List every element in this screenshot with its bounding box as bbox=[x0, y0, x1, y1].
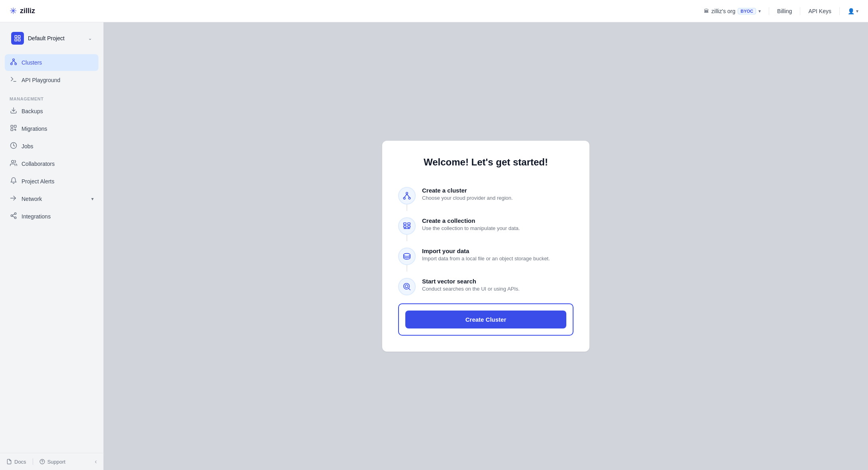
step-create-collection: Create a collection Use the collection t… bbox=[398, 211, 573, 241]
user-menu-button[interactable]: 👤 ▾ bbox=[848, 8, 858, 14]
network-label: Network bbox=[22, 196, 42, 202]
svg-line-23 bbox=[12, 214, 14, 215]
step-icon-create-cluster bbox=[398, 187, 416, 205]
svg-rect-2 bbox=[15, 39, 17, 41]
main-content: Welcome! Let's get started! Create a clu… bbox=[104, 22, 868, 470]
svg-line-30 bbox=[407, 194, 409, 197]
svg-line-22 bbox=[12, 216, 14, 217]
header-divider-3 bbox=[839, 7, 840, 15]
docs-label: Docs bbox=[14, 459, 26, 465]
network-item-left: Network bbox=[10, 195, 42, 203]
step-text-vector-search: Start vector search Conduct searches on … bbox=[422, 278, 520, 292]
step-desc-import-data: Import data from a local file or an obje… bbox=[422, 256, 550, 262]
docs-link[interactable]: Docs bbox=[6, 459, 26, 465]
project-name: Default Project bbox=[28, 35, 84, 41]
logo: ✳ zilliz bbox=[10, 6, 35, 16]
app-layout: Default Project ⌄ Clusters bbox=[0, 0, 868, 470]
api-playground-label: API Playground bbox=[22, 77, 60, 83]
header-divider-2 bbox=[800, 7, 800, 15]
header-right: 🏛 zilliz's org BYOC ▾ Billing API Keys 👤… bbox=[704, 7, 858, 15]
api-keys-link[interactable]: API Keys bbox=[808, 8, 831, 14]
clusters-label: Clusters bbox=[22, 59, 42, 66]
support-link[interactable]: Support bbox=[39, 459, 66, 465]
import-step-icon bbox=[403, 252, 411, 261]
svg-point-16 bbox=[12, 160, 14, 163]
search-step-icon bbox=[403, 282, 411, 291]
network-chevron-icon: ▾ bbox=[91, 196, 94, 202]
welcome-card: Welcome! Let's get started! Create a clu… bbox=[382, 141, 589, 352]
sidebar-item-network[interactable]: Network ▾ bbox=[5, 191, 98, 207]
svg-rect-31 bbox=[404, 223, 406, 225]
step-desc-create-collection: Use the collection to manipulate your da… bbox=[422, 225, 520, 231]
org-name: zilliz's org bbox=[711, 8, 735, 14]
sidebar-footer: Docs Support ‹ bbox=[0, 453, 103, 470]
step-text-create-collection: Create a collection Use the collection t… bbox=[422, 217, 520, 231]
step-create-cluster: Create a cluster Choose your cloud provi… bbox=[398, 181, 573, 211]
step-text-import-data: Import your data Import data from a loca… bbox=[422, 248, 550, 262]
footer-divider bbox=[33, 458, 33, 465]
steps-list: Create a cluster Choose your cloud provi… bbox=[398, 181, 573, 302]
svg-line-8 bbox=[14, 61, 16, 63]
svg-rect-3 bbox=[18, 39, 20, 41]
backups-icon bbox=[10, 107, 18, 116]
create-cluster-button[interactable]: Create Cluster bbox=[405, 311, 566, 328]
svg-rect-34 bbox=[408, 226, 410, 228]
logo-text: zilliz bbox=[20, 7, 35, 15]
step-desc-create-cluster: Choose your cloud provider and region. bbox=[422, 195, 513, 201]
org-info[interactable]: 🏛 zilliz's org BYOC ▾ bbox=[704, 8, 761, 14]
svg-rect-33 bbox=[404, 226, 406, 228]
user-chevron-icon: ▾ bbox=[856, 8, 858, 14]
project-icon-svg bbox=[14, 35, 21, 42]
svg-point-41 bbox=[405, 285, 408, 287]
project-selector[interactable]: Default Project ⌄ bbox=[6, 29, 97, 48]
integrations-label: Integrations bbox=[22, 213, 51, 220]
org-chevron-icon: ▾ bbox=[758, 8, 761, 14]
step-icon-import-data bbox=[398, 248, 416, 265]
jobs-icon bbox=[10, 142, 18, 151]
step-desc-vector-search: Conduct searches on the UI or using APIs… bbox=[422, 286, 520, 292]
app-header: ✳ zilliz 🏛 zilliz's org BYOC ▾ Billing A… bbox=[0, 0, 868, 22]
svg-rect-13 bbox=[11, 129, 13, 131]
sidebar-item-integrations[interactable]: Integrations bbox=[5, 208, 98, 225]
step-icon-vector-search bbox=[398, 278, 416, 295]
building-icon: 🏛 bbox=[704, 8, 709, 14]
header-divider-1 bbox=[769, 7, 769, 15]
project-alerts-icon bbox=[10, 177, 18, 186]
project-alerts-label: Project Alerts bbox=[22, 178, 54, 185]
sidebar-item-project-alerts[interactable]: Project Alerts bbox=[5, 173, 98, 190]
collaborators-icon bbox=[10, 159, 18, 168]
support-icon bbox=[39, 459, 45, 464]
svg-line-29 bbox=[405, 194, 407, 197]
svg-rect-32 bbox=[408, 223, 410, 225]
svg-line-40 bbox=[408, 288, 410, 290]
svg-point-38 bbox=[404, 254, 410, 256]
migrations-label: Migrations bbox=[22, 126, 47, 132]
welcome-title: Welcome! Let's get started! bbox=[398, 157, 573, 168]
billing-link[interactable]: Billing bbox=[777, 8, 792, 14]
step-title-create-cluster: Create a cluster bbox=[422, 187, 513, 194]
docs-icon bbox=[6, 459, 12, 464]
svg-rect-11 bbox=[11, 125, 13, 127]
sidebar-item-backups[interactable]: Backups bbox=[5, 103, 98, 120]
sidebar-collapse-button[interactable]: ‹ bbox=[95, 458, 97, 465]
project-icon bbox=[11, 32, 24, 45]
network-icon bbox=[10, 195, 18, 203]
sidebar-nav: Clusters API Playground Management bbox=[0, 51, 103, 453]
support-label: Support bbox=[47, 459, 66, 465]
sidebar-item-collaborators[interactable]: Collaborators bbox=[5, 155, 98, 172]
sidebar-item-api-playground[interactable]: API Playground bbox=[5, 72, 98, 88]
integrations-icon bbox=[10, 212, 18, 221]
byoc-badge: BYOC bbox=[738, 8, 756, 14]
step-import-data: Import your data Import data from a loca… bbox=[398, 241, 573, 271]
sidebar-item-migrations[interactable]: Migrations bbox=[5, 120, 98, 137]
jobs-label: Jobs bbox=[22, 143, 33, 149]
svg-rect-1 bbox=[18, 35, 20, 37]
api-playground-icon bbox=[10, 76, 18, 85]
svg-rect-12 bbox=[14, 125, 16, 127]
sidebar-item-clusters[interactable]: Clusters bbox=[5, 54, 98, 71]
collaborators-label: Collaborators bbox=[22, 161, 55, 167]
user-icon: 👤 bbox=[848, 8, 854, 14]
step-title-vector-search: Start vector search bbox=[422, 278, 520, 285]
sidebar-item-jobs[interactable]: Jobs bbox=[5, 138, 98, 155]
sidebar-top: Default Project ⌄ bbox=[0, 22, 103, 51]
